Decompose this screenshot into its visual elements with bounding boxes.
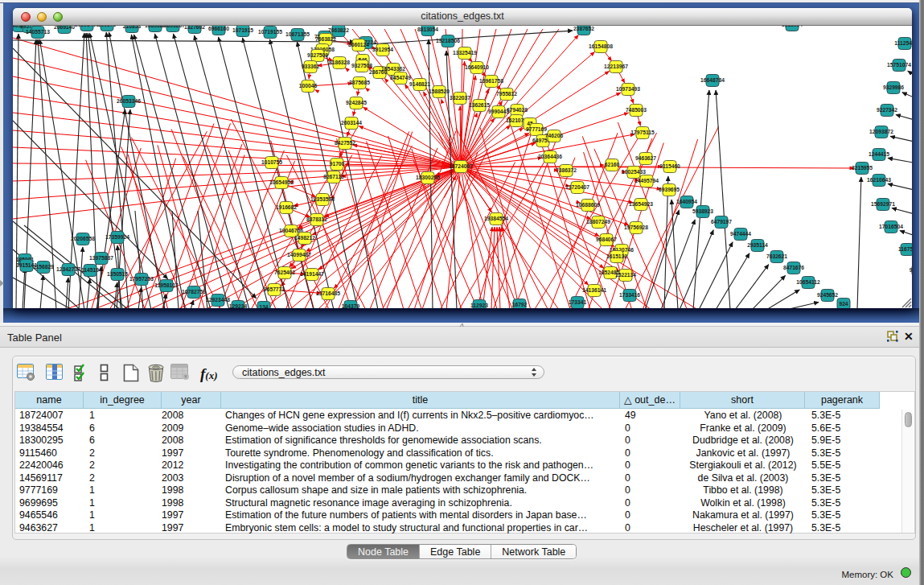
svg-text:9242845: 9242845 bbox=[346, 100, 367, 105]
svg-text:160373: 160373 bbox=[98, 26, 117, 27]
svg-text:10853267: 10853267 bbox=[161, 26, 185, 28]
svg-text:18724007: 18724007 bbox=[449, 163, 473, 169]
svg-text:19756928: 19756928 bbox=[624, 225, 648, 230]
svg-text:10654952: 10654952 bbox=[269, 179, 294, 185]
svg-text:6479197: 6479197 bbox=[711, 219, 732, 225]
svg-text:8454749: 8454749 bbox=[390, 75, 411, 80]
svg-text:1071915: 1071915 bbox=[232, 27, 253, 33]
svg-text:13975887: 13975887 bbox=[89, 255, 113, 261]
svg-text:16210643: 16210643 bbox=[867, 177, 891, 183]
svg-text:9777169: 9777169 bbox=[526, 126, 547, 132]
svg-text:173341: 173341 bbox=[569, 299, 587, 305]
svg-text:112923: 112923 bbox=[470, 303, 488, 308]
svg-text:2387652: 2387652 bbox=[573, 26, 594, 31]
svg-text:17359924: 17359924 bbox=[105, 234, 129, 240]
svg-text:15751074: 15751074 bbox=[887, 62, 911, 68]
svg-text:1362615: 1362615 bbox=[469, 102, 490, 108]
svg-text:8660124: 8660124 bbox=[348, 42, 369, 47]
svg-text:9463627: 9463627 bbox=[635, 155, 656, 161]
svg-text:1640954: 1640954 bbox=[676, 199, 697, 204]
svg-text:924: 924 bbox=[839, 301, 848, 307]
svg-text:10688609: 10688609 bbox=[576, 202, 600, 208]
svg-text:9115460: 9115460 bbox=[659, 163, 680, 169]
svg-text:13716485: 13716485 bbox=[316, 290, 340, 296]
svg-text:16648784: 16648784 bbox=[700, 77, 725, 83]
svg-text:1916682: 1916682 bbox=[276, 204, 297, 210]
svg-text:8186328: 8186328 bbox=[329, 60, 350, 65]
svg-text:16154808: 16154808 bbox=[589, 43, 613, 49]
svg-text:8878312: 8878312 bbox=[306, 216, 327, 222]
svg-text:9684067: 9684067 bbox=[596, 237, 617, 242]
svg-text:1244415: 1244415 bbox=[869, 151, 889, 157]
svg-text:1350515: 1350515 bbox=[107, 271, 128, 277]
svg-text:10973493: 10973493 bbox=[616, 86, 640, 92]
svg-text:1156829: 1156829 bbox=[33, 264, 54, 270]
svg-text:7632621: 7632621 bbox=[766, 253, 787, 259]
svg-text:62160: 62160 bbox=[605, 162, 620, 167]
svg-text:8427552: 8427552 bbox=[335, 140, 355, 146]
svg-text:10654112: 10654112 bbox=[796, 279, 820, 285]
svg-text:1588520: 1588520 bbox=[429, 89, 450, 94]
svg-text:116753: 116753 bbox=[898, 246, 912, 252]
svg-text:6794028: 6794028 bbox=[507, 107, 528, 113]
svg-text:3912954: 3912954 bbox=[372, 47, 393, 52]
svg-text:12213967: 12213967 bbox=[604, 64, 628, 69]
svg-text:12093872: 12093872 bbox=[869, 129, 893, 134]
svg-text:9327508: 9327508 bbox=[351, 63, 372, 68]
svg-text:100046: 100046 bbox=[299, 83, 318, 89]
svg-text:9657771: 9657771 bbox=[264, 286, 285, 292]
svg-text:7955812: 7955812 bbox=[496, 91, 517, 97]
svg-text:14099487: 14099487 bbox=[287, 252, 311, 257]
svg-text:19218506: 19218506 bbox=[436, 38, 460, 43]
svg-text:9329986: 9329986 bbox=[883, 84, 904, 90]
svg-text:1327602: 1327602 bbox=[184, 26, 205, 30]
svg-text:10671355: 10671355 bbox=[285, 31, 310, 37]
svg-text:2603144: 2603144 bbox=[341, 120, 362, 126]
svg-text:14495794: 14495794 bbox=[634, 178, 659, 183]
svg-text:15692971: 15692971 bbox=[871, 201, 895, 207]
svg-text:12353594: 12353594 bbox=[310, 196, 335, 202]
svg-text:9327509: 9327509 bbox=[307, 52, 328, 58]
svg-text:91700: 91700 bbox=[330, 161, 345, 167]
svg-text:7663822: 7663822 bbox=[328, 27, 349, 33]
svg-text:13654923: 13654923 bbox=[629, 201, 653, 207]
svg-text:8471676: 8471676 bbox=[783, 265, 804, 270]
svg-text:933362: 933362 bbox=[302, 64, 320, 69]
svg-text:18807249: 18807249 bbox=[586, 219, 610, 225]
svg-text:16782759: 16782759 bbox=[182, 289, 206, 295]
svg-text:9227342: 9227342 bbox=[877, 107, 897, 113]
svg-text:9146821: 9146821 bbox=[409, 81, 430, 87]
svg-text:17975115: 17975115 bbox=[630, 130, 655, 135]
svg-text:14055713: 14055713 bbox=[26, 29, 50, 35]
svg-text:17957253: 17957253 bbox=[129, 276, 154, 282]
svg-text:14136141: 14136141 bbox=[582, 287, 606, 293]
svg-text:134: 134 bbox=[259, 304, 268, 308]
svg-text:114519: 114519 bbox=[81, 267, 99, 273]
svg-text:16792: 16792 bbox=[512, 302, 528, 307]
svg-text:210853: 210853 bbox=[123, 26, 142, 29]
svg-text:6966160: 6966160 bbox=[208, 26, 229, 31]
svg-text:1615132: 1615132 bbox=[606, 253, 627, 259]
svg-text:19384554: 19384554 bbox=[484, 216, 508, 221]
svg-text:10719155: 10719155 bbox=[258, 29, 282, 35]
svg-text:1112544: 1112544 bbox=[894, 40, 912, 46]
svg-text:8813054: 8813054 bbox=[782, 26, 803, 27]
svg-text:3322037: 3322037 bbox=[450, 95, 470, 101]
svg-text:1733416: 1733416 bbox=[619, 292, 640, 298]
svg-text:2069140: 2069140 bbox=[54, 26, 75, 30]
svg-text:9245652: 9245652 bbox=[817, 292, 838, 298]
svg-text:6939695: 6939695 bbox=[659, 187, 680, 192]
svg-text:9474444: 9474444 bbox=[730, 231, 751, 237]
svg-text:7386372: 7386372 bbox=[556, 167, 577, 173]
svg-text:16543362: 16543362 bbox=[381, 66, 405, 72]
svg-text:26053346: 26053346 bbox=[117, 98, 141, 104]
svg-text:20364436: 20364436 bbox=[538, 154, 562, 159]
svg-text:924565: 924565 bbox=[910, 267, 912, 273]
svg-text:8267110: 8267110 bbox=[323, 174, 344, 179]
svg-text:2935114: 2935114 bbox=[747, 242, 768, 248]
svg-text:104379: 104379 bbox=[342, 303, 360, 308]
svg-text:10025433: 10025433 bbox=[622, 169, 646, 175]
svg-text:7663822: 7663822 bbox=[315, 36, 336, 42]
svg-text:746206: 746206 bbox=[545, 133, 564, 138]
svg-text:13720407: 13720407 bbox=[565, 184, 589, 190]
